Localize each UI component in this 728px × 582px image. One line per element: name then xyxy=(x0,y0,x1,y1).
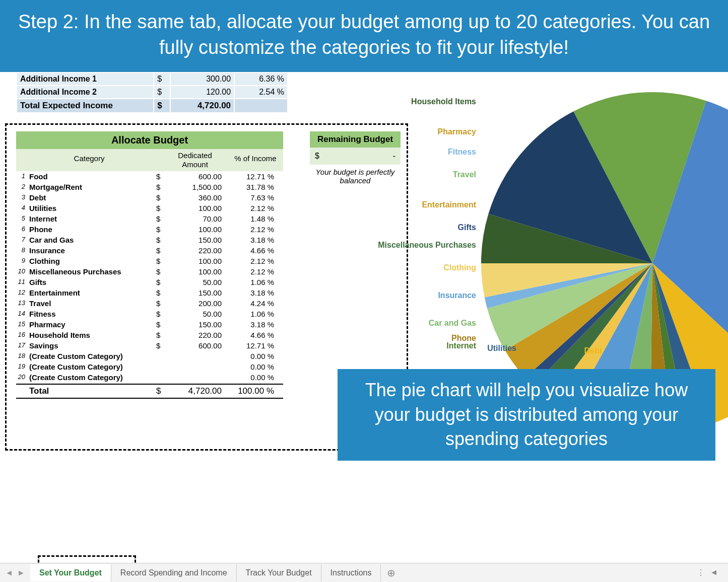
step-banner: Step 2: In the same tab, allocate your b… xyxy=(0,0,728,72)
budget-row[interactable]: 8Insurance$220.004.66 % xyxy=(16,245,283,256)
allocate-column-headers: Category DedicatedAmount % of Income xyxy=(16,149,283,171)
budget-row[interactable]: 4Utilities$100.002.12 % xyxy=(16,203,283,213)
budget-row[interactable]: 17Savings$600.0012.71 % xyxy=(16,340,283,351)
income-row[interactable]: Additional Income 1$300.006.36 % xyxy=(17,73,287,85)
budget-row[interactable]: 15Pharmacy$150.003.18 % xyxy=(16,319,283,330)
allocate-title: Allocate Budget xyxy=(16,131,283,149)
allocate-budget-section: Allocate Budget Category DedicatedAmount… xyxy=(16,131,283,399)
sheet-tab[interactable]: Record Spending and Income xyxy=(111,564,237,581)
budget-row[interactable]: 7Car and Gas$150.003.18 % xyxy=(16,235,283,245)
pie-label: Debt xyxy=(584,346,602,355)
scroll-left-icon[interactable]: ◄ xyxy=(710,568,718,577)
sheet-tabs: ◄ ► Set Your BudgetRecord Spending and I… xyxy=(0,563,728,582)
pie-label: Utilities xyxy=(487,344,516,353)
remaining-budget-section: Remaining Budget $- Your budget is perfe… xyxy=(310,131,401,188)
header-category: Category xyxy=(16,149,162,171)
header-dedicated-amount: DedicatedAmount xyxy=(162,149,228,171)
pie-label: Insurance xyxy=(438,291,476,300)
budget-row[interactable]: 10Miscellaneous Purchases$100.002.12 % xyxy=(16,266,283,277)
allocate-total-row: Total $ 4,720.00 100.00 % xyxy=(16,384,283,399)
budget-row[interactable]: 9Clothing$100.002.12 % xyxy=(16,256,283,266)
pie-label: Travel xyxy=(453,170,476,179)
pie-label: Gifts xyxy=(458,223,476,232)
pie-label: Car and Gas xyxy=(429,319,476,328)
budget-row[interactable]: 11Gifts$50.001.06 % xyxy=(16,277,283,287)
pie-label: Miscellaneous Purchases xyxy=(378,241,476,250)
income-total-row: Total Expected Income$4,720.00 xyxy=(17,99,287,112)
budget-row[interactable]: 16Household Items$220.004.66 % xyxy=(16,330,283,340)
sheet-tab[interactable]: Instructions xyxy=(321,564,381,581)
income-row[interactable]: Additional Income 2$120.002.54 % xyxy=(17,86,287,98)
income-table: Additional Income 1$300.006.36 %Addition… xyxy=(16,72,288,113)
sheet-tab[interactable]: Set Your Budget xyxy=(30,564,111,581)
budget-row[interactable]: 14Fitness$50.001.06 % xyxy=(16,309,283,319)
budget-row[interactable]: 12Entertainment$150.003.18 % xyxy=(16,287,283,298)
pie-label: Clothing xyxy=(443,263,476,272)
remaining-title: Remaining Budget xyxy=(310,131,401,148)
tab-prev-icon[interactable]: ◄ xyxy=(5,568,13,577)
budget-row[interactable]: 2Mortgage/Rent$1,500.0031.78 % xyxy=(16,182,283,192)
budget-row[interactable]: 1Food$600.0012.71 % xyxy=(16,171,283,182)
pie-chart-caption: The pie chart will help you visualize ho… xyxy=(338,369,715,461)
remaining-value: $- xyxy=(310,148,401,165)
budget-row[interactable]: 18(Create Custom Category)0.00 % xyxy=(16,351,283,361)
budget-row[interactable]: 13Travel$200.004.24 % xyxy=(16,298,283,309)
pie-label: Household Items xyxy=(411,97,476,106)
sheet-tab[interactable]: Track Your Budget xyxy=(237,564,321,581)
tab-options-icon[interactable]: ⋮ xyxy=(697,568,705,577)
pie-label: Fitness xyxy=(448,148,476,157)
budget-row[interactable]: 6Phone$100.002.12 % xyxy=(16,224,283,235)
budget-row[interactable]: 19(Create Custom Category)0.00 % xyxy=(16,361,283,372)
pie-label: Pharmacy xyxy=(438,127,477,136)
pie-label: Entertainment xyxy=(422,200,476,209)
budget-row[interactable]: 20(Create Custom Category)0.00 % xyxy=(16,372,283,383)
tab-next-icon[interactable]: ► xyxy=(17,568,25,577)
tab-nav-arrows[interactable]: ◄ ► xyxy=(0,568,30,577)
budget-row[interactable]: 5Internet$70.001.48 % xyxy=(16,213,283,224)
add-sheet-button[interactable]: ⊕ xyxy=(381,567,401,579)
header-pct-income: % of Income xyxy=(228,149,283,171)
remaining-note: Your budget is perfectly balanced xyxy=(310,165,401,188)
pie-label: Internet xyxy=(446,341,476,350)
budget-row[interactable]: 3Debt$360.007.63 % xyxy=(16,192,283,203)
